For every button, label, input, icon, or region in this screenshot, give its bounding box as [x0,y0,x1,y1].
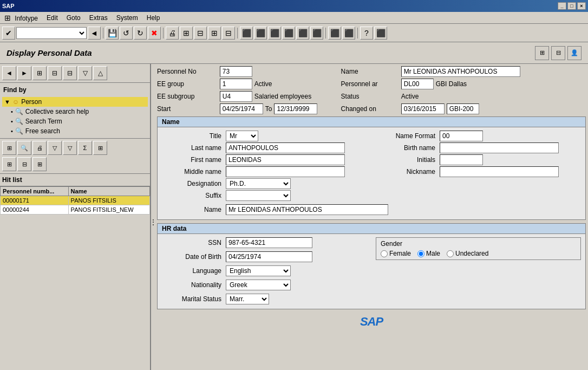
birth-name-input[interactable] [440,142,559,153]
toolbar-save-btn[interactable]: 💾 [106,27,119,40]
menu-extras[interactable]: Extras [87,13,110,23]
hit-list-cell-id: 00000244 [1,205,69,215]
toolbar-btn2[interactable]: ↺ [120,27,133,40]
start-value: 04/25/1974 [220,103,263,114]
page-icon1[interactable]: ⊞ [535,46,549,60]
maximize-button[interactable]: □ [567,2,576,10]
toolbar-btn9[interactable]: ⊟ [222,27,235,40]
main-content: ◄ ► ⊞ ⊟ ⊟ ▽ △ Find by ▼ ☺ Person • 🔍 Col… [0,64,588,370]
action-buttons-section: ⊞ 🔍 🖨 ▽ ▽ Σ ⊞ ⊞ ⊟ ⊞ [0,139,150,174]
toolbar-btn11[interactable]: ⬛ [254,27,267,40]
gender-undeclared-label: Undeclared [455,250,488,257]
title-bar: SAP _ □ × [0,0,588,12]
hit-list-row[interactable]: 00000244PANOS FITSILIS_NEW [1,205,150,215]
toolbar-btn19[interactable]: ⬛ [374,27,387,40]
toolbar-btn10[interactable]: ⬛ [240,27,253,40]
gender-male-radio[interactable] [417,250,424,257]
ee-group-value: 1 [220,79,252,89]
first-name-input[interactable] [226,154,345,165]
find-by-label: Find by [3,86,27,94]
collective-icon: 🔍 [15,108,23,115]
gender-female-radio[interactable] [381,250,388,257]
page-icon2[interactable]: ⊟ [551,46,565,60]
toolbar-command-dropdown[interactable] [16,27,87,39]
full-name-input[interactable] [226,204,388,215]
toolbar-btn8[interactable]: ⊞ [208,27,221,40]
toolbar-back-btn[interactable]: ◄ [88,27,101,40]
marital-select[interactable]: Marr. [226,294,269,304]
toolbar-btn3[interactable]: ↻ [134,27,147,40]
last-name-input[interactable] [226,142,345,153]
gender-undeclared-radio[interactable] [447,250,454,257]
toolbar-btn12[interactable]: ⬛ [268,27,281,40]
middle-name-input[interactable] [226,166,345,177]
info-header: Personnel No 73 Name Mr LEONIDAS ANTHOPO… [157,66,586,114]
tree-item-free-search[interactable]: • 🔍 Free search [9,126,148,136]
nav-btn4[interactable]: ⊟ [48,66,62,80]
dob-input[interactable] [226,251,312,262]
action-btn8[interactable]: ⊞ [2,157,16,171]
toolbar-print-btn[interactable]: 🖨 [166,27,179,40]
resize-handle[interactable]: ⋮ [151,64,155,370]
tree-item-person[interactable]: ▼ ☺ Person [2,97,148,107]
action-btn2[interactable]: 🔍 [17,141,31,155]
name-format-input[interactable] [440,131,483,141]
toolbar-check-btn[interactable]: ✔ [2,27,15,40]
designation-select[interactable]: Ph.D. [226,178,291,189]
action-btn9[interactable]: ⊟ [17,157,31,171]
tree-item-search-term[interactable]: • 🔍 Search Term [9,116,148,126]
menu-help[interactable]: Help [145,13,162,23]
nav-back-btn[interactable]: ◄ [2,66,16,80]
action-btn10[interactable]: ⊞ [32,157,47,171]
action-btn4[interactable]: ▽ [48,141,62,155]
action-btn7[interactable]: ⊞ [93,141,107,155]
close-button[interactable]: × [577,2,586,10]
action-btn5[interactable]: ▽ [63,141,77,155]
toolbar-btn14[interactable]: ⬛ [296,27,309,40]
toolbar-btn13[interactable]: ⬛ [282,27,295,40]
toolbar-help-btn[interactable]: ? [360,27,373,40]
language-select[interactable]: English [226,265,291,276]
minimize-button[interactable]: _ [558,2,566,10]
nav-forward-btn[interactable]: ► [17,66,31,80]
gender-female-option[interactable]: Female [381,250,411,257]
title-select[interactable]: Mr Ms Dr [226,131,258,141]
ee-subgroup-row: U4 Salaried employees [220,91,337,102]
nav-btn5[interactable]: ⊟ [63,66,77,80]
nav-filter-btn[interactable]: ▽ [78,66,92,80]
ee-subgroup-value: U4 [220,91,252,102]
menu-goto[interactable]: Goto [64,13,83,23]
action-btn1[interactable]: ⊞ [2,141,16,155]
menu-infotype[interactable]: ⊞ Infotype [2,12,40,23]
menu-system[interactable]: System [114,13,140,23]
hit-list-label: Hit list [2,176,22,184]
nav-btn3[interactable]: ⊞ [32,66,47,80]
toolbar-btn7[interactable]: ⊟ [194,27,207,40]
page-icon3[interactable]: 👤 [567,46,582,60]
toolbar-btn16[interactable]: ⬛ [328,27,341,40]
menu-bar: ⊞ Infotype Edit Goto Extras System Help [0,12,588,24]
nav-sort-btn[interactable]: △ [93,66,107,80]
action-btn6[interactable]: Σ [78,141,92,155]
toolbar-btn17[interactable]: ⬛ [342,27,355,40]
hit-list-row[interactable]: 00000171PANOS FITSILIS [1,196,150,205]
gender-male-option[interactable]: Male [417,250,440,257]
tree-item-collective[interactable]: • 🔍 Collective search help [9,107,148,116]
gender-undeclared-option[interactable]: Undeclared [447,250,488,257]
ee-subgroup-label: EE subgroup [157,93,215,100]
menu-edit[interactable]: Edit [44,13,60,23]
action-btn3[interactable]: 🖨 [32,141,47,155]
toolbar-btn15[interactable]: ⬛ [310,27,323,40]
toolbar-btn4[interactable]: ✖ [148,27,161,40]
first-name-label: First name [162,156,221,164]
ssn-input[interactable] [226,237,312,248]
nickname-input[interactable] [440,166,559,177]
toolbar-btn6[interactable]: ⊞ [180,27,193,40]
last-name-row: Last name [162,142,367,153]
suffix-select[interactable] [226,190,291,201]
first-name-row: First name [162,154,367,165]
full-name-label: Name [162,206,221,213]
initials-input[interactable] [440,154,483,165]
nationality-select[interactable]: Greek [226,280,291,290]
hit-list-section: Hit list Personnel numb... Name 00000171… [0,174,150,370]
